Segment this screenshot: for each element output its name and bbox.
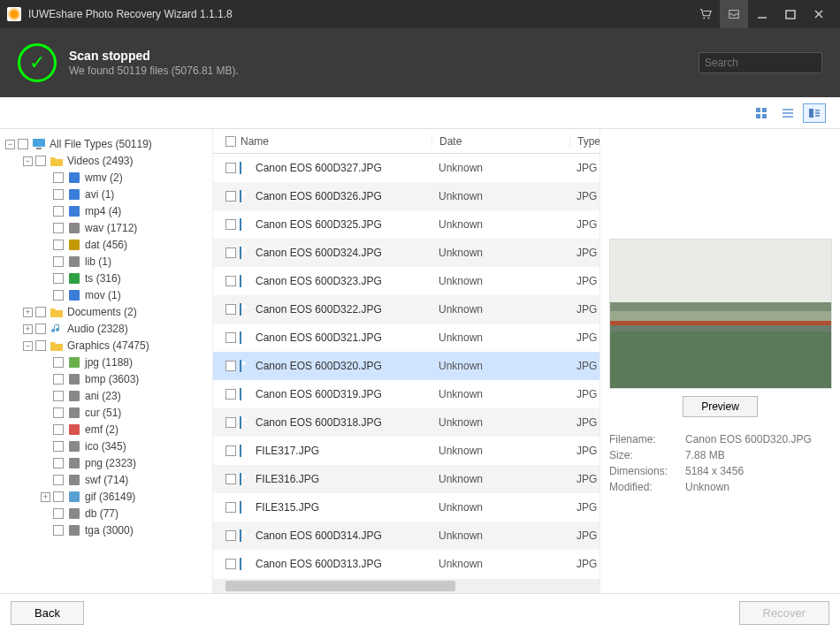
column-headers: Name Date Type (213, 129, 599, 154)
tree-checkbox[interactable] (18, 139, 28, 149)
file-row[interactable]: Canon EOS 600D325.JPGUnknownJPG (213, 210, 599, 239)
file-row[interactable]: Canon EOS 600D322.JPGUnknownJPG (213, 295, 599, 324)
cart-icon[interactable] (691, 0, 720, 28)
file-row[interactable]: Canon EOS 600D319.JPGUnknownJPG (213, 380, 599, 408)
tree-checkbox[interactable] (35, 156, 46, 166)
tree-node[interactable]: swf (714) (4, 472, 209, 488)
tree-node[interactable]: dat (456) (4, 237, 209, 253)
file-row[interactable]: Canon EOS 600D324.JPGUnknownJPG (213, 239, 599, 267)
meta-dim-k: Dimensions: (609, 463, 685, 479)
tree-node[interactable]: +gif (36149) (4, 489, 209, 505)
file-row[interactable]: Canon EOS 600D313.JPGUnknownJPG (213, 550, 599, 578)
tree-checkbox[interactable] (53, 223, 64, 233)
search-input[interactable] (705, 57, 837, 69)
file-type: JPG (569, 558, 599, 570)
tree-node[interactable]: mov (1) (4, 287, 209, 303)
tree-node[interactable]: bmp (3603) (4, 371, 209, 387)
tree-checkbox[interactable] (53, 189, 64, 200)
tree-checkbox[interactable] (53, 374, 64, 385)
col-type[interactable]: Type (569, 135, 599, 148)
horizontal-scrollbar[interactable] (213, 579, 599, 593)
inbox-icon[interactable] (720, 0, 748, 28)
tree-label: emf (2) (85, 423, 118, 436)
file-icon (240, 331, 256, 344)
tree-node[interactable]: db (77) (4, 506, 209, 522)
tree-node[interactable]: ts (316) (4, 270, 209, 286)
tree-node[interactable]: mp4 (4) (4, 203, 209, 219)
tree-checkbox[interactable] (35, 324, 46, 334)
tree-toggle-icon[interactable]: − (23, 156, 33, 166)
tree-node[interactable]: avi (1) (4, 187, 209, 202)
tree-checkbox[interactable] (53, 256, 64, 267)
file-row[interactable]: Canon EOS 600D320.JPGUnknownJPG (213, 352, 599, 380)
tree-checkbox[interactable] (53, 508, 64, 519)
file-type: JPG (569, 416, 599, 429)
tree-checkbox[interactable] (53, 407, 64, 418)
tree-toggle-icon[interactable]: + (41, 492, 50, 502)
tree-toggle-icon[interactable]: − (5, 140, 15, 149)
tree-icon (50, 306, 64, 318)
file-row[interactable]: FILE315.JPGUnknownJPG (213, 493, 599, 522)
file-icon (240, 303, 256, 316)
file-row[interactable]: Canon EOS 600D327.JPGUnknownJPG (213, 154, 599, 182)
tree-toggle-icon[interactable]: + (23, 324, 33, 334)
col-name[interactable]: Name (234, 135, 431, 148)
tree-checkbox[interactable] (53, 441, 64, 452)
search-box[interactable] (699, 52, 822, 73)
svg-rect-21 (36, 148, 42, 149)
file-row[interactable]: Canon EOS 600D323.JPGUnknownJPG (213, 267, 599, 295)
tree-checkbox[interactable] (53, 240, 64, 250)
tree-checkbox[interactable] (53, 273, 64, 284)
tree-node[interactable]: wav (1712) (4, 220, 209, 236)
file-row[interactable]: Canon EOS 600D318.JPGUnknownJPG (213, 408, 599, 437)
tree-checkbox[interactable] (53, 424, 64, 435)
tree-node[interactable]: −Videos (2493) (4, 153, 209, 169)
tree-node[interactable]: +Documents (2) (4, 304, 209, 320)
tree-checkbox[interactable] (53, 475, 64, 485)
file-row[interactable]: FILE316.JPGUnknownJPG (213, 465, 599, 493)
tree-node[interactable]: ani (23) (4, 388, 209, 404)
tree-node[interactable]: +Audio (2328) (4, 321, 209, 337)
file-date: Unknown (431, 331, 569, 344)
view-grid-button[interactable] (750, 103, 773, 123)
file-row[interactable]: Canon EOS 600D326.JPGUnknownJPG (213, 182, 599, 210)
view-list-button[interactable] (776, 103, 799, 123)
tree-node[interactable]: tga (3000) (4, 522, 209, 538)
tree-node[interactable]: −Graphics (47475) (4, 338, 209, 354)
tree-checkbox[interactable] (35, 307, 46, 317)
close-icon[interactable] (805, 0, 833, 28)
tree-checkbox[interactable] (53, 172, 64, 183)
tree-checkbox[interactable] (53, 491, 64, 502)
file-name: FILE316.JPG (256, 473, 319, 485)
tree-node[interactable]: emf (2) (4, 422, 209, 438)
tree-toggle-icon[interactable]: + (23, 308, 33, 317)
tree-toggle-icon[interactable]: − (23, 341, 33, 351)
file-row[interactable]: Canon EOS 600D314.JPGUnknownJPG (213, 522, 599, 550)
tree-node[interactable]: jpg (1188) (4, 354, 209, 370)
tree-checkbox[interactable] (53, 458, 64, 468)
tree-node[interactable]: −All File Types (50119) (4, 136, 209, 152)
tree-checkbox[interactable] (53, 391, 64, 401)
tree-checkbox[interactable] (53, 206, 64, 217)
maximize-icon[interactable] (776, 0, 805, 28)
tree-node[interactable]: png (2323) (4, 455, 209, 471)
view-preview-button[interactable] (803, 103, 826, 123)
file-tree[interactable]: −All File Types (50119)−Videos (2493)wmv… (0, 129, 212, 593)
tree-checkbox[interactable] (53, 525, 64, 536)
minimize-icon[interactable] (748, 0, 776, 28)
recover-button[interactable]: Recover (739, 601, 829, 625)
tree-checkbox[interactable] (53, 357, 64, 368)
file-row[interactable]: Canon EOS 600D321.JPGUnknownJPG (213, 324, 599, 352)
preview-button[interactable]: Preview (683, 396, 758, 417)
svg-rect-20 (33, 139, 45, 147)
tree-node[interactable]: lib (1) (4, 254, 209, 270)
col-date[interactable]: Date (431, 135, 569, 148)
tree-checkbox[interactable] (35, 340, 46, 351)
back-button[interactable]: Back (11, 601, 84, 625)
tree-node[interactable]: ico (345) (4, 438, 209, 454)
svg-rect-38 (69, 491, 80, 502)
file-row[interactable]: FILE317.JPGUnknownJPG (213, 437, 599, 465)
tree-checkbox[interactable] (53, 290, 64, 301)
tree-node[interactable]: wmv (2) (4, 170, 209, 186)
tree-node[interactable]: cur (51) (4, 405, 209, 421)
